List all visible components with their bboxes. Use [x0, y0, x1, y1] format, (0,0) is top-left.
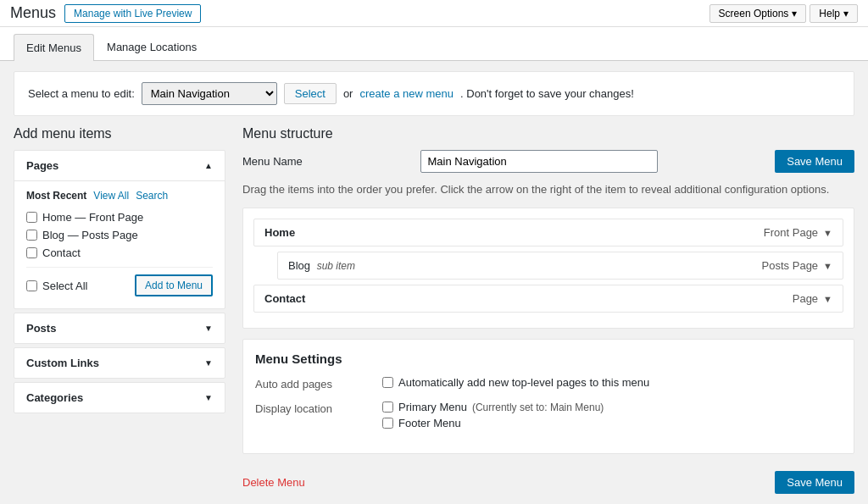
- menu-name-input[interactable]: [420, 150, 658, 173]
- pages-tab-most-recent[interactable]: Most Recent: [26, 190, 86, 202]
- pages-item-contact[interactable]: Contact: [26, 244, 213, 262]
- pages-accordion: Pages ▲ Most Recent View All Search Home…: [14, 150, 225, 309]
- menu-select[interactable]: Main Navigation: [142, 82, 277, 105]
- create-new-menu-link[interactable]: create a new menu: [359, 87, 453, 100]
- pages-accordion-body: Most Recent View All Search Home — Front…: [14, 180, 225, 308]
- add-menu-items-heading: Add menu items: [14, 126, 225, 141]
- main-content: Add menu items Pages ▲ Most Recent View …: [0, 126, 868, 504]
- menu-item-home-label: Home: [264, 226, 295, 239]
- menus-title: Menus: [10, 4, 56, 22]
- pages-tab-search[interactable]: Search: [136, 190, 168, 202]
- posts-title: Posts: [26, 322, 56, 335]
- footer-menu-checkbox-label[interactable]: Footer Menu: [382, 417, 604, 429]
- pages-items-list: Home — Front Page Blog — Posts Page Cont…: [26, 208, 213, 262]
- chevron-down-icon: ▼: [204, 393, 213, 402]
- chevron-down-icon: ▾: [843, 8, 849, 19]
- select-hint: . Don't forget to save your changes!: [460, 87, 634, 100]
- chevron-down-icon: ▼: [204, 358, 213, 368]
- pages-title: Pages: [26, 159, 58, 172]
- select-button[interactable]: Select: [284, 83, 337, 104]
- footer-menu-checkbox[interactable]: [382, 418, 393, 429]
- pages-item-blog[interactable]: Blog — Posts Page: [26, 226, 213, 244]
- right-panel: Menu structure Menu Name Save Menu Drag …: [242, 126, 854, 494]
- menu-item-blog-right: Posts Page ▼: [762, 259, 832, 272]
- posts-accordion: Posts ▼: [14, 313, 225, 344]
- pages-tab-links: Most Recent View All Search: [26, 181, 213, 208]
- left-panel: Add menu items Pages ▲ Most Recent View …: [14, 126, 225, 494]
- chevron-up-icon: ▲: [204, 161, 213, 170]
- menu-item-contact-right: Page ▼: [793, 292, 832, 305]
- top-bar-actions: Screen Options ▾ Help ▾: [709, 4, 858, 23]
- tab-edit-menus[interactable]: Edit Menus: [14, 34, 94, 61]
- screen-options-button[interactable]: Screen Options ▾: [709, 4, 807, 23]
- pages-tab-view-all[interactable]: View All: [93, 190, 129, 202]
- auto-add-pages-row: Auto add pages Automatically add new top…: [255, 376, 842, 392]
- menu-name-row: Menu Name Save Menu: [242, 150, 854, 173]
- top-bar: Menus Manage with Live Preview Screen Op…: [0, 0, 868, 27]
- add-to-menu-button[interactable]: Add to Menu: [135, 274, 213, 296]
- primary-menu-checkbox-label[interactable]: Primary Menu (Currently set to: Main Men…: [382, 401, 604, 413]
- delete-menu-link[interactable]: Delete Menu: [242, 476, 305, 489]
- chevron-down-icon: ▼: [823, 294, 832, 304]
- display-location-value: Primary Menu (Currently set to: Main Men…: [382, 401, 604, 433]
- menu-item-home-right: Front Page ▼: [764, 226, 832, 239]
- auto-add-pages-label: Auto add pages: [255, 376, 365, 390]
- pages-item-home-checkbox[interactable]: [26, 212, 37, 223]
- tabs-bar: Edit Menus Manage Locations: [0, 27, 868, 61]
- custom-links-accordion: Custom Links ▼: [14, 347, 225, 379]
- drag-hint: Drag the items into the order you prefer…: [242, 183, 854, 196]
- select-label: Select a menu to edit:: [28, 87, 135, 100]
- primary-menu-checkbox[interactable]: [382, 402, 393, 413]
- page-title: Menus Manage with Live Preview: [10, 4, 201, 23]
- custom-links-accordion-header[interactable]: Custom Links ▼: [14, 348, 225, 378]
- live-preview-button[interactable]: Manage with Live Preview: [64, 4, 201, 23]
- select-menu-bar: Select a menu to edit: Main Navigation S…: [14, 71, 854, 116]
- menu-settings-heading: Menu Settings: [255, 352, 842, 366]
- chevron-down-icon: ▾: [792, 8, 797, 19]
- categories-accordion: Categories ▼: [14, 382, 225, 413]
- chevron-down-icon: ▼: [823, 228, 832, 238]
- bottom-actions: Delete Menu Save Menu: [242, 464, 854, 494]
- menu-item-blog-label: Blog sub item: [288, 259, 355, 272]
- menu-item-blog[interactable]: Blog sub item Posts Page ▼: [277, 252, 843, 280]
- help-button[interactable]: Help ▾: [810, 4, 858, 23]
- pages-item-blog-checkbox[interactable]: [26, 230, 37, 241]
- select-all-checkbox[interactable]: [26, 280, 37, 291]
- custom-links-title: Custom Links: [26, 357, 99, 369]
- menu-name-label: Menu Name: [242, 155, 303, 168]
- select-all-row: Select All Add to Menu: [26, 267, 213, 296]
- auto-add-pages-checkbox-label[interactable]: Automatically add new top-level pages to…: [382, 376, 649, 389]
- menu-settings: Menu Settings Auto add pages Automatical…: [242, 339, 854, 454]
- pages-accordion-header[interactable]: Pages ▲: [14, 151, 225, 180]
- select-all-label[interactable]: Select All: [26, 277, 87, 295]
- menu-structure-heading: Menu structure: [242, 126, 854, 141]
- save-menu-button-bottom[interactable]: Save Menu: [775, 471, 854, 494]
- tab-manage-locations[interactable]: Manage Locations: [94, 33, 209, 60]
- menu-item-home[interactable]: Home Front Page ▼: [253, 219, 843, 246]
- categories-title: Categories: [26, 391, 83, 404]
- auto-add-pages-value: Automatically add new top-level pages to…: [382, 376, 649, 392]
- menu-item-contact[interactable]: Contact Page ▼: [253, 285, 843, 313]
- pages-item-home[interactable]: Home — Front Page: [26, 208, 213, 226]
- pages-item-contact-checkbox[interactable]: [26, 247, 37, 258]
- auto-add-pages-checkbox[interactable]: [382, 377, 393, 388]
- chevron-down-icon: ▼: [204, 324, 213, 333]
- chevron-down-icon: ▼: [823, 261, 832, 271]
- posts-accordion-header[interactable]: Posts ▼: [14, 313, 225, 343]
- display-location-row: Display location Primary Menu (Currently…: [255, 401, 842, 433]
- save-menu-button-top[interactable]: Save Menu: [775, 150, 854, 173]
- categories-accordion-header[interactable]: Categories ▼: [14, 383, 225, 413]
- menu-item-contact-label: Contact: [264, 292, 305, 305]
- menu-items-area: Home Front Page ▼ Blog sub item Posts Pa…: [242, 208, 854, 329]
- or-text: or: [343, 87, 353, 100]
- display-location-label: Display location: [255, 401, 365, 415]
